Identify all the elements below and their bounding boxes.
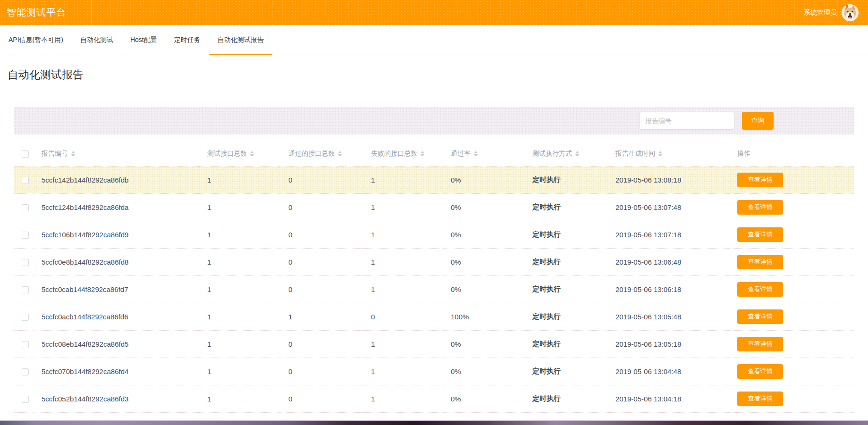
row-checkbox[interactable]: [22, 286, 29, 293]
view-detail-button[interactable]: 查看详情: [737, 173, 783, 187]
column-header-label: 测试接口总数: [207, 150, 247, 157]
view-detail-button[interactable]: 查看详情: [737, 200, 783, 215]
failed-cell: 1: [363, 193, 443, 221]
view-detail-button[interactable]: 查看详情: [737, 309, 783, 324]
passed-cell: 0: [281, 221, 363, 248]
column-header[interactable]: 通过率: [443, 142, 525, 166]
user-name[interactable]: 系统管理员: [804, 8, 837, 17]
report-id-cell: 5ccfc0cab144f8292ca86fd7: [34, 275, 200, 303]
row-checkbox[interactable]: [22, 204, 29, 211]
created-time-cell: 2019-05-06 13:08:18: [608, 166, 730, 193]
column-header[interactable]: 通过的接口总数: [281, 142, 363, 166]
exec-mode-cell: 定时执行: [525, 330, 608, 358]
column-header-label: 通过率: [451, 150, 471, 157]
table-row: 5ccfc106b144f8292ca86fd9 1 0 1 0% 定时执行 2…: [14, 221, 854, 248]
passed-cell: 0: [281, 330, 363, 358]
row-checkbox[interactable]: [22, 259, 29, 266]
passed-cell: 0: [281, 248, 363, 275]
sort-icon[interactable]: [474, 151, 478, 157]
column-header-label: 报告编号: [42, 150, 68, 157]
tab-2[interactable]: 自动化测试: [72, 25, 122, 55]
tab-1[interactable]: API信息(暂不可用): [0, 25, 72, 55]
column-header-label: 报告生成时间: [615, 150, 655, 157]
total-cell: 1: [200, 248, 281, 275]
action-cell: 查看详情: [730, 166, 854, 193]
checkbox-cell: [14, 358, 34, 385]
search-button[interactable]: 查询: [742, 112, 774, 130]
pass-rate-cell: 0%: [443, 221, 525, 248]
column-header[interactable]: 失败的接口总数: [363, 142, 443, 166]
exec-mode-cell: 定时执行: [525, 303, 608, 330]
sort-icon[interactable]: [658, 151, 662, 157]
action-cell: 查看详情: [730, 221, 854, 248]
row-checkbox[interactable]: [22, 341, 29, 348]
sort-icon[interactable]: [338, 151, 342, 157]
tab-3[interactable]: Host配置: [122, 25, 166, 55]
dog-avatar-icon: [842, 4, 859, 21]
action-cell: 查看详情: [730, 385, 854, 412]
failed-cell: 0: [363, 303, 443, 330]
filter-bar: 查询: [14, 107, 854, 134]
total-cell: 1: [200, 166, 281, 193]
row-checkbox[interactable]: [22, 177, 29, 184]
view-detail-button[interactable]: 查看详情: [737, 364, 783, 379]
tab-4[interactable]: 定时任务: [166, 25, 209, 55]
pass-rate-cell: 0%: [443, 166, 525, 193]
column-header[interactable]: 报告生成时间: [608, 142, 730, 166]
total-cell: 1: [200, 385, 281, 412]
tab-bar: API信息(暂不可用)自动化测试Host配置定时任务自动化测试报告: [0, 25, 868, 55]
tab-5[interactable]: 自动化测试报告: [209, 25, 272, 55]
exec-mode-cell: 定时执行: [525, 193, 608, 221]
column-header[interactable]: 报告编号: [34, 142, 200, 166]
created-time-cell: 2019-05-06 13:05:18: [608, 330, 730, 358]
row-checkbox[interactable]: [22, 396, 29, 403]
checkbox-cell: [14, 303, 34, 330]
report-id-cell: 5ccfc142b144f8292ca86fdb: [34, 166, 200, 193]
content-area: 查询 报告编号 测试接口总数 通过的接口总数 失败的接口总数 通过率 测试执行方…: [14, 107, 854, 413]
sort-icon[interactable]: [71, 151, 75, 157]
sort-icon[interactable]: [421, 151, 424, 157]
action-cell: 查看详情: [730, 330, 854, 358]
report-id-cell: 5ccfc0acb144f8292ca86fd6: [34, 303, 200, 330]
exec-mode-cell: 定时执行: [525, 248, 608, 275]
view-detail-button[interactable]: 查看详情: [737, 282, 783, 297]
checkbox-cell: [14, 221, 34, 248]
page-title: 自动化测试报告: [8, 67, 860, 82]
table-row: 5ccfc0e8b144f8292ca86fd8 1 0 1 0% 定时执行 2…: [14, 248, 854, 275]
column-header[interactable]: 操作: [730, 142, 854, 166]
table-row: 5ccfc0acb144f8292ca86fd6 1 1 0 100% 定时执行…: [14, 303, 854, 330]
table-row: 5ccfc142b144f8292ca86fdb 1 0 1 0% 定时执行 2…: [14, 166, 854, 193]
failed-cell: 1: [363, 358, 443, 385]
created-time-cell: 2019-05-06 13:04:18: [608, 385, 730, 412]
view-detail-button[interactable]: 查看详情: [737, 392, 783, 406]
checkbox-cell: [14, 193, 34, 221]
user-avatar[interactable]: [842, 4, 859, 21]
sort-icon[interactable]: [250, 151, 254, 157]
passed-cell: 1: [281, 303, 363, 330]
row-checkbox[interactable]: [22, 314, 29, 321]
report-id-cell: 5ccfc08eb144f8292ca86fd5: [34, 330, 200, 358]
table-row: 5ccfc070b144f8292ca86fd4 1 0 1 0% 定时执行 2…: [14, 358, 854, 385]
row-checkbox[interactable]: [22, 368, 29, 375]
total-cell: 1: [200, 275, 281, 303]
sort-icon[interactable]: [575, 151, 579, 157]
column-header[interactable]: 测试接口总数: [200, 142, 281, 166]
row-checkbox[interactable]: [22, 232, 29, 239]
table-row: 5ccfc124b144f8292ca86fda 1 0 1 0% 定时执行 2…: [14, 193, 854, 221]
pass-rate-cell: 0%: [443, 275, 525, 303]
column-header[interactable]: 测试执行方式: [525, 142, 608, 166]
pass-rate-cell: 100%: [443, 303, 525, 330]
table-header-row: 报告编号 测试接口总数 通过的接口总数 失败的接口总数 通过率 测试执行方式 报…: [14, 142, 854, 166]
desktop-wallpaper-strip: [0, 420, 868, 425]
checkbox-cell: [14, 385, 34, 412]
select-all-checkbox[interactable]: [22, 150, 29, 158]
view-detail-button[interactable]: 查看详情: [737, 255, 783, 269]
report-id-cell: 5ccfc124b144f8292ca86fda: [34, 193, 200, 221]
column-header-label: 测试执行方式: [532, 150, 572, 157]
view-detail-button[interactable]: 查看详情: [737, 227, 783, 242]
view-detail-button[interactable]: 查看详情: [737, 337, 783, 351]
passed-cell: 0: [281, 193, 363, 221]
report-id-input[interactable]: [639, 112, 734, 130]
created-time-cell: 2019-05-06 13:06:48: [608, 248, 730, 275]
column-header-label: 失败的接口总数: [371, 150, 417, 157]
